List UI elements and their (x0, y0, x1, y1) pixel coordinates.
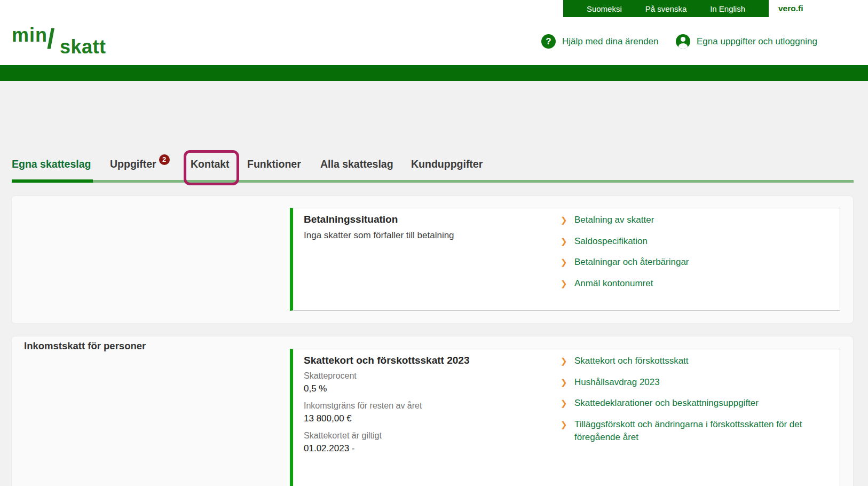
tax-card-card: Skattekort och förskottsskatt 2023 Skatt… (290, 349, 840, 486)
chevron-right-icon: ❯ (561, 277, 567, 290)
tax-card-title: Skattekort och förskottsskatt 2023 (304, 355, 555, 366)
help-menu-label: Hjälp med dina ärenden (562, 36, 659, 47)
field-label-giltighet: Skattekortet är giltigt (304, 431, 555, 441)
language-link-english[interactable]: In English (710, 4, 745, 13)
link-betalning-av-skatter[interactable]: ❯ Betalning av skatter (561, 214, 811, 227)
profile-logout-label: Egna uppgifter och utloggning (697, 36, 817, 47)
chevron-right-icon: ❯ (561, 397, 567, 410)
tab-funktioner[interactable]: Funktioner (247, 158, 301, 170)
link-skattedeklarationer[interactable]: ❯ Skattedeklarationer och beskattningsup… (561, 397, 811, 410)
tab-alla-skatteslag[interactable]: Alla skatteslag (320, 158, 393, 170)
chevron-right-icon: ❯ (561, 235, 567, 248)
person-icon (676, 34, 690, 49)
help-menu-link[interactable]: ? Hjälp med dina ärenden (541, 34, 659, 49)
payment-card-subtitle: Inga skatter som förfaller till betalnin… (304, 230, 555, 241)
field-label-inkomstgrans: Inkomstgräns för resten av året (304, 401, 555, 411)
tab-kunduppgifter[interactable]: Kunduppgifter (411, 158, 483, 170)
link-label: Anmäl kontonumret (574, 277, 653, 291)
question-mark-icon: ? (541, 34, 556, 49)
tax-card-links: ❯ Skattekort och förskottsskatt ❯ Hushål… (561, 355, 811, 444)
vero-fi-link[interactable]: vero.fi (778, 0, 803, 17)
link-label: Betalning av skatter (574, 214, 654, 227)
language-link-finnish[interactable]: Suomeksi (587, 4, 622, 13)
green-divider-band (0, 65, 868, 81)
link-label: Skattedeklarationer och beskattningsuppg… (574, 397, 759, 410)
active-tab-underline (12, 179, 93, 183)
notification-badge: 2 (159, 154, 170, 165)
language-switcher: Suomeksi På svenska In English (563, 0, 769, 17)
top-strip: Suomeksi På svenska In English vero.fi (0, 0, 868, 17)
chevron-right-icon: ❯ (561, 418, 567, 431)
payment-status-card: Betalningssituation Inga skatter som för… (290, 208, 840, 311)
tab-egna-skatteslag[interactable]: Egna skatteslag (12, 158, 91, 170)
chevron-right-icon: ❯ (561, 355, 567, 367)
link-saldospecifikation[interactable]: ❯ Saldospecifikation (561, 235, 811, 248)
tabs-underline (12, 180, 854, 183)
link-betalningar-och-aterbaringar[interactable]: ❯ Betalningar och återbäringar (561, 256, 811, 269)
payment-card-main: Betalningssituation Inga skatter som för… (304, 214, 555, 241)
header: min / skatt ? Hjälp med dina ärenden Egn… (0, 17, 868, 65)
chevron-right-icon: ❯ (561, 214, 567, 226)
link-label: Hushållsavdrag 2023 (574, 376, 660, 389)
tab-kontakt[interactable]: Kontakt (191, 158, 230, 170)
payment-card-links: ❯ Betalning av skatter ❯ Saldospecifikat… (561, 214, 811, 290)
field-value-giltighet: 01.02.2023 - (304, 443, 555, 454)
link-hushallsavdrag[interactable]: ❯ Hushållsavdrag 2023 (561, 376, 811, 389)
logo-text-min: min (12, 24, 48, 46)
payment-card-title: Betalningssituation (304, 214, 555, 225)
link-label: Betalningar och återbäringar (574, 256, 689, 269)
link-label: Skattekort och förskottsskatt (574, 355, 689, 368)
chevron-right-icon: ❯ (561, 256, 567, 269)
link-tillaggsforskott[interactable]: ❯ Tilläggsförskott och ändringarna i för… (561, 418, 811, 444)
link-label: Saldospecifikation (574, 235, 648, 248)
tab-uppgifter[interactable]: Uppgifter2 (110, 158, 170, 171)
tax-card-main: Skattekort och förskottsskatt 2023 Skatt… (304, 355, 555, 454)
minskatt-logo[interactable]: min / skatt (12, 24, 119, 61)
language-link-swedish[interactable]: På svenska (645, 4, 687, 13)
chevron-right-icon: ❯ (561, 376, 567, 389)
payment-section-panel: Betalningssituation Inga skatter som för… (12, 196, 853, 323)
field-value-inkomstgrans: 13 800,00 € (304, 413, 555, 424)
profile-logout-link[interactable]: Egna uppgifter och utloggning (676, 34, 817, 49)
tab-uppgifter-label: Uppgifter (110, 158, 156, 170)
field-label-skatteprocent: Skatteprocent (304, 371, 555, 381)
link-skattekort-och-forskottsskatt[interactable]: ❯ Skattekort och förskottsskatt (561, 355, 811, 368)
logo-slash: / (47, 23, 54, 55)
link-label: Tilläggsförskott och ändringarna i försk… (574, 418, 811, 444)
income-tax-section-heading: Inkomstskatt för personer (24, 340, 146, 352)
logo-text-skatt: skatt (60, 36, 106, 58)
income-tax-section-panel: Inkomstskatt för personer Skattekort och… (12, 336, 853, 486)
field-value-skatteprocent: 0,5 % (304, 383, 555, 394)
link-anmal-kontonumret[interactable]: ❯ Anmäl kontonumret (561, 277, 811, 291)
